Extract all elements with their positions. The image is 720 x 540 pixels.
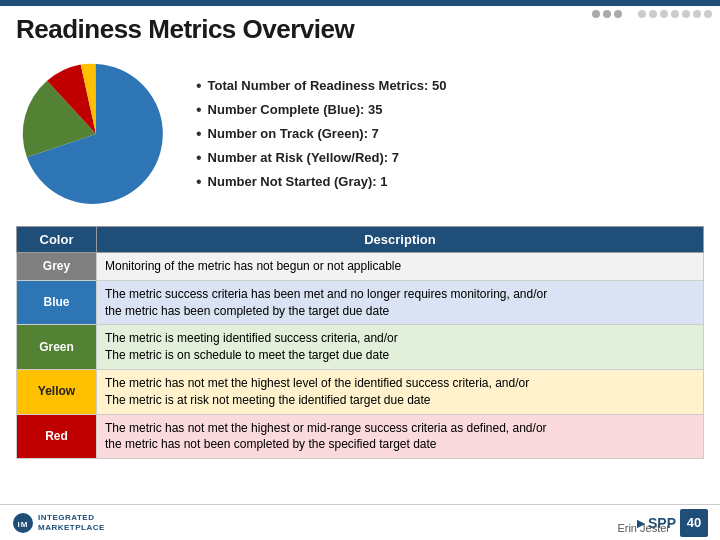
desc-cell-grey: Monitoring of the metric has not begun o…: [97, 253, 704, 281]
dot: [603, 10, 611, 18]
color-cell-blue: Blue: [17, 280, 97, 325]
color-table: Color Description Grey Monitoring of the…: [16, 226, 704, 459]
dot: [649, 10, 657, 18]
table-row: Blue The metric success criteria has bee…: [17, 280, 704, 325]
desc-cell-green: The metric is meeting identified success…: [97, 325, 704, 370]
dot: [660, 10, 668, 18]
content-area: • Total Number of Readiness Metrics: 50 …: [16, 54, 704, 500]
dot: [638, 10, 646, 18]
dot: [682, 10, 690, 18]
bullet-dot: •: [196, 126, 202, 142]
logo-text: INTEGRATEDMARKETPLACE: [38, 513, 105, 532]
bullet-dot: •: [196, 150, 202, 166]
color-cell-yellow: Yellow: [17, 369, 97, 414]
color-cell-red: Red: [17, 414, 97, 459]
svg-text:IM: IM: [18, 520, 29, 529]
bottom-logo: IM INTEGRATEDMARKETPLACE: [12, 512, 105, 534]
table-header-description: Description: [97, 227, 704, 253]
dot: [614, 10, 622, 18]
bullet-text: Number on Track (Green): 7: [208, 125, 379, 143]
dots-area: [584, 6, 720, 22]
table-row: Yellow The metric has not met the highes…: [17, 369, 704, 414]
bullet-dot: •: [196, 102, 202, 118]
desc-cell-yellow: The metric has not met the highest level…: [97, 369, 704, 414]
dot: [704, 10, 712, 18]
bullet-text: Number at Risk (Yellow/Red): 7: [208, 149, 399, 167]
dot: [671, 10, 679, 18]
bullet-item: • Number at Risk (Yellow/Red): 7: [196, 149, 704, 167]
bullet-dot: •: [196, 78, 202, 94]
integrated-marketplace-icon: IM: [12, 512, 34, 534]
table-row: Grey Monitoring of the metric has not be…: [17, 253, 704, 281]
bullet-dot: •: [196, 174, 202, 190]
color-cell-green: Green: [17, 325, 97, 370]
bullet-list: • Total Number of Readiness Metrics: 50 …: [196, 77, 704, 192]
bullet-item: • Number Not Started (Gray): 1: [196, 173, 704, 191]
bullet-item: • Number Complete (Blue): 35: [196, 101, 704, 119]
upper-section: • Total Number of Readiness Metrics: 50 …: [16, 54, 704, 214]
bullet-text: Number Not Started (Gray): 1: [208, 173, 388, 191]
bullet-text: Number Complete (Blue): 35: [208, 101, 383, 119]
table-header-color: Color: [17, 227, 97, 253]
dots-group-1: [592, 10, 622, 18]
dot: [693, 10, 701, 18]
author-label: Erin Jester: [617, 522, 670, 534]
page-title: Readiness Metrics Overview: [16, 14, 354, 45]
bullet-item: • Number on Track (Green): 7: [196, 125, 704, 143]
table-row: Green The metric is meeting identified s…: [17, 325, 704, 370]
bottom-bar: IM INTEGRATEDMARKETPLACE Erin Jester ►SP…: [0, 504, 720, 540]
desc-cell-blue: The metric success criteria has been met…: [97, 280, 704, 325]
bullet-item: • Total Number of Readiness Metrics: 50: [196, 77, 704, 95]
table-row: Red The metric has not met the highest o…: [17, 414, 704, 459]
dots-group-2: [638, 10, 712, 18]
desc-cell-red: The metric has not met the highest or mi…: [97, 414, 704, 459]
bullet-text: Total Number of Readiness Metrics: 50: [208, 77, 447, 95]
dot: [592, 10, 600, 18]
color-cell-grey: Grey: [17, 253, 97, 281]
page-number: 40: [680, 509, 708, 537]
bottom-right: Erin Jester ►SPP 40: [634, 509, 708, 537]
pie-chart: [16, 54, 176, 214]
